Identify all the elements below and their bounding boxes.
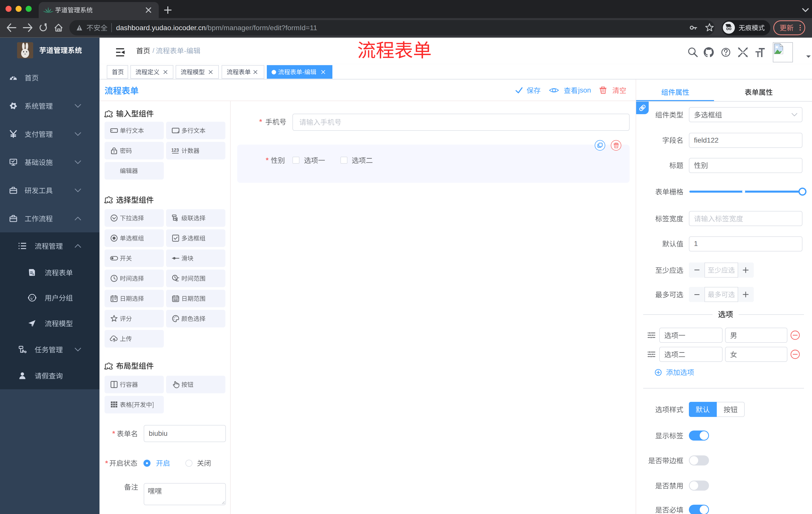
svg-text:123: 123 (171, 147, 179, 153)
